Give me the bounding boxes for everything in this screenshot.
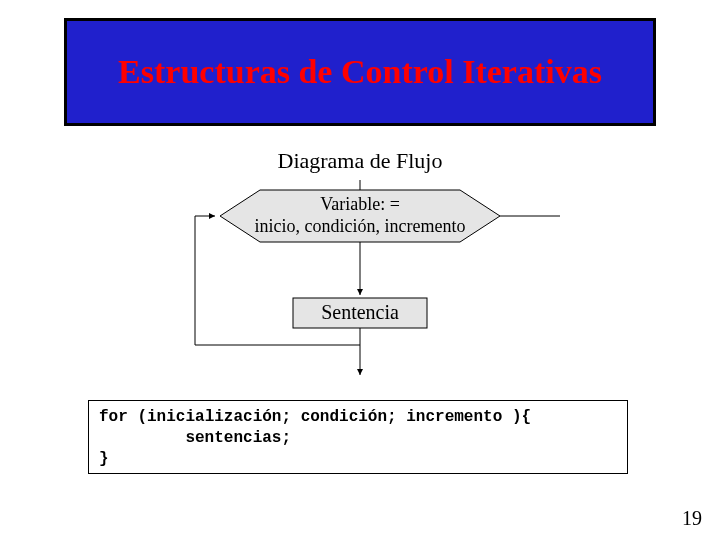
- flowchart: Variable: = inicio, condición, increment…: [0, 180, 720, 395]
- slide-title: Estructuras de Control Iterativas: [118, 52, 602, 91]
- title-banner: Estructuras de Control Iterativas: [64, 18, 656, 126]
- hex-line1: Variable: =: [320, 194, 400, 214]
- code-keyword: for: [99, 408, 128, 426]
- code-example: for (inicialización; condición; incremen…: [88, 400, 628, 474]
- code-line1-rest: (inicialización; condición; incremento )…: [128, 408, 531, 426]
- hex-line2: inicio, condición, incremento: [255, 216, 466, 236]
- code-line3: }: [99, 450, 109, 468]
- page-number: 19: [682, 507, 702, 530]
- flowchart-svg: Variable: = inicio, condición, increment…: [0, 180, 720, 395]
- code-line2: sentencias;: [99, 429, 291, 447]
- statement-text: Sentencia: [321, 301, 399, 323]
- subtitle: Diagrama de Flujo: [0, 148, 720, 174]
